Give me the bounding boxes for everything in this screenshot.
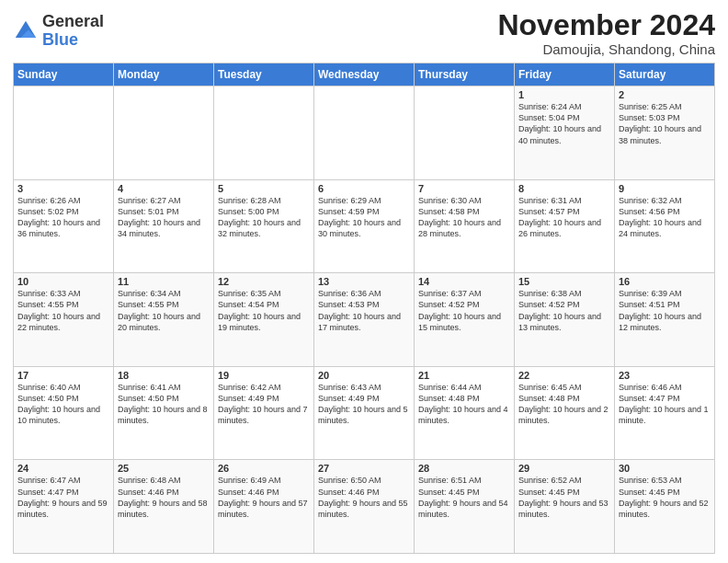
col-tuesday: Tuesday [214, 63, 314, 86]
calendar: Sunday Monday Tuesday Wednesday Thursday… [13, 63, 715, 554]
day-info: Sunrise: 6:34 AM Sunset: 4:55 PM Dayligh… [118, 288, 210, 333]
day-number: 12 [218, 276, 310, 287]
calendar-week-row: 1Sunrise: 6:24 AM Sunset: 5:04 PM Daylig… [14, 86, 715, 180]
calendar-cell: 10Sunrise: 6:33 AM Sunset: 4:55 PM Dayli… [14, 273, 114, 367]
day-info: Sunrise: 6:42 AM Sunset: 4:49 PM Dayligh… [218, 382, 310, 427]
day-number: 5 [218, 183, 310, 194]
calendar-week-row: 24Sunrise: 6:47 AM Sunset: 4:47 PM Dayli… [14, 460, 715, 554]
day-info: Sunrise: 6:29 AM Sunset: 4:59 PM Dayligh… [318, 195, 410, 240]
day-number: 19 [218, 370, 310, 381]
calendar-cell [214, 86, 314, 180]
day-number: 27 [318, 463, 410, 474]
calendar-cell: 17Sunrise: 6:40 AM Sunset: 4:50 PM Dayli… [14, 366, 114, 460]
day-number: 30 [619, 463, 711, 474]
day-number: 6 [318, 183, 410, 194]
day-info: Sunrise: 6:31 AM Sunset: 4:57 PM Dayligh… [518, 195, 610, 240]
day-info: Sunrise: 6:37 AM Sunset: 4:52 PM Dayligh… [418, 288, 510, 333]
day-number: 26 [218, 463, 310, 474]
day-info: Sunrise: 6:41 AM Sunset: 4:50 PM Dayligh… [118, 382, 210, 427]
col-wednesday: Wednesday [314, 63, 415, 86]
day-number: 21 [418, 370, 510, 381]
calendar-cell: 11Sunrise: 6:34 AM Sunset: 4:55 PM Dayli… [114, 273, 214, 367]
calendar-cell [114, 86, 214, 180]
calendar-cell: 29Sunrise: 6:52 AM Sunset: 4:45 PM Dayli… [515, 460, 615, 554]
col-sunday: Sunday [14, 63, 114, 86]
calendar-cell: 7Sunrise: 6:30 AM Sunset: 4:58 PM Daylig… [415, 179, 515, 273]
col-saturday: Saturday [615, 63, 715, 86]
calendar-cell: 2Sunrise: 6:25 AM Sunset: 5:03 PM Daylig… [615, 86, 715, 180]
day-number: 17 [17, 370, 109, 381]
calendar-cell: 18Sunrise: 6:41 AM Sunset: 4:50 PM Dayli… [114, 366, 214, 460]
day-number: 8 [518, 183, 610, 194]
calendar-cell [415, 86, 515, 180]
calendar-cell: 24Sunrise: 6:47 AM Sunset: 4:47 PM Dayli… [14, 460, 114, 554]
day-number: 7 [418, 183, 510, 194]
day-info: Sunrise: 6:49 AM Sunset: 4:46 PM Dayligh… [218, 475, 310, 520]
day-info: Sunrise: 6:43 AM Sunset: 4:49 PM Dayligh… [318, 382, 410, 427]
col-monday: Monday [114, 63, 214, 86]
logo: General Blue [13, 13, 104, 50]
calendar-header-row: Sunday Monday Tuesday Wednesday Thursday… [14, 63, 715, 86]
day-info: Sunrise: 6:35 AM Sunset: 4:54 PM Dayligh… [218, 288, 310, 333]
calendar-cell: 9Sunrise: 6:32 AM Sunset: 4:56 PM Daylig… [615, 179, 715, 273]
calendar-cell: 28Sunrise: 6:51 AM Sunset: 4:45 PM Dayli… [415, 460, 515, 554]
day-info: Sunrise: 6:25 AM Sunset: 5:03 PM Dayligh… [619, 101, 711, 146]
calendar-cell: 19Sunrise: 6:42 AM Sunset: 4:49 PM Dayli… [214, 366, 314, 460]
day-number: 10 [17, 276, 109, 287]
day-info: Sunrise: 6:52 AM Sunset: 4:45 PM Dayligh… [518, 475, 610, 520]
day-number: 23 [619, 370, 711, 381]
day-info: Sunrise: 6:39 AM Sunset: 4:51 PM Dayligh… [619, 288, 711, 333]
day-info: Sunrise: 6:32 AM Sunset: 4:56 PM Dayligh… [619, 195, 711, 240]
calendar-week-row: 17Sunrise: 6:40 AM Sunset: 4:50 PM Dayli… [14, 366, 715, 460]
day-info: Sunrise: 6:40 AM Sunset: 4:50 PM Dayligh… [17, 382, 109, 427]
calendar-week-row: 10Sunrise: 6:33 AM Sunset: 4:55 PM Dayli… [14, 273, 715, 367]
day-number: 11 [118, 276, 210, 287]
calendar-cell: 21Sunrise: 6:44 AM Sunset: 4:48 PM Dayli… [415, 366, 515, 460]
day-number: 9 [619, 183, 711, 194]
calendar-cell: 30Sunrise: 6:53 AM Sunset: 4:45 PM Dayli… [615, 460, 715, 554]
logo-general: General [42, 12, 104, 30]
day-number: 18 [118, 370, 210, 381]
logo-blue: Blue [42, 30, 78, 49]
day-info: Sunrise: 6:50 AM Sunset: 4:46 PM Dayligh… [318, 475, 410, 520]
day-info: Sunrise: 6:27 AM Sunset: 5:01 PM Dayligh… [118, 195, 210, 240]
day-number: 4 [118, 183, 210, 194]
calendar-cell: 27Sunrise: 6:50 AM Sunset: 4:46 PM Dayli… [314, 460, 415, 554]
day-number: 29 [518, 463, 610, 474]
day-info: Sunrise: 6:38 AM Sunset: 4:52 PM Dayligh… [518, 288, 610, 333]
day-info: Sunrise: 6:28 AM Sunset: 5:00 PM Dayligh… [218, 195, 310, 240]
day-number: 24 [17, 463, 109, 474]
col-thursday: Thursday [415, 63, 515, 86]
day-info: Sunrise: 6:36 AM Sunset: 4:53 PM Dayligh… [318, 288, 410, 333]
calendar-week-row: 3Sunrise: 6:26 AM Sunset: 5:02 PM Daylig… [14, 179, 715, 273]
calendar-cell: 20Sunrise: 6:43 AM Sunset: 4:49 PM Dayli… [314, 366, 415, 460]
day-number: 2 [619, 89, 711, 100]
calendar-cell: 26Sunrise: 6:49 AM Sunset: 4:46 PM Dayli… [214, 460, 314, 554]
location-subtitle: Damoujia, Shandong, China [497, 41, 715, 57]
header: General Blue November 2024 Damoujia, Sha… [13, 9, 715, 57]
calendar-cell: 22Sunrise: 6:45 AM Sunset: 4:48 PM Dayli… [515, 366, 615, 460]
day-info: Sunrise: 6:26 AM Sunset: 5:02 PM Dayligh… [17, 195, 109, 240]
calendar-cell: 1Sunrise: 6:24 AM Sunset: 5:04 PM Daylig… [515, 86, 615, 180]
calendar-cell: 16Sunrise: 6:39 AM Sunset: 4:51 PM Dayli… [615, 273, 715, 367]
day-number: 20 [318, 370, 410, 381]
calendar-cell: 6Sunrise: 6:29 AM Sunset: 4:59 PM Daylig… [314, 179, 415, 273]
day-info: Sunrise: 6:47 AM Sunset: 4:47 PM Dayligh… [17, 475, 109, 520]
logo-icon [13, 18, 39, 44]
day-number: 22 [518, 370, 610, 381]
calendar-cell: 12Sunrise: 6:35 AM Sunset: 4:54 PM Dayli… [214, 273, 314, 367]
calendar-cell: 25Sunrise: 6:48 AM Sunset: 4:46 PM Dayli… [114, 460, 214, 554]
title-block: November 2024 Damoujia, Shandong, China [497, 9, 715, 57]
day-number: 3 [17, 183, 109, 194]
calendar-cell: 5Sunrise: 6:28 AM Sunset: 5:00 PM Daylig… [214, 179, 314, 273]
day-info: Sunrise: 6:33 AM Sunset: 4:55 PM Dayligh… [17, 288, 109, 333]
calendar-cell: 15Sunrise: 6:38 AM Sunset: 4:52 PM Dayli… [515, 273, 615, 367]
day-info: Sunrise: 6:45 AM Sunset: 4:48 PM Dayligh… [518, 382, 610, 427]
calendar-cell: 3Sunrise: 6:26 AM Sunset: 5:02 PM Daylig… [14, 179, 114, 273]
day-info: Sunrise: 6:53 AM Sunset: 4:45 PM Dayligh… [619, 475, 711, 520]
day-info: Sunrise: 6:48 AM Sunset: 4:46 PM Dayligh… [118, 475, 210, 520]
day-number: 13 [318, 276, 410, 287]
calendar-cell: 4Sunrise: 6:27 AM Sunset: 5:01 PM Daylig… [114, 179, 214, 273]
calendar-cell [314, 86, 415, 180]
day-info: Sunrise: 6:46 AM Sunset: 4:47 PM Dayligh… [619, 382, 711, 427]
